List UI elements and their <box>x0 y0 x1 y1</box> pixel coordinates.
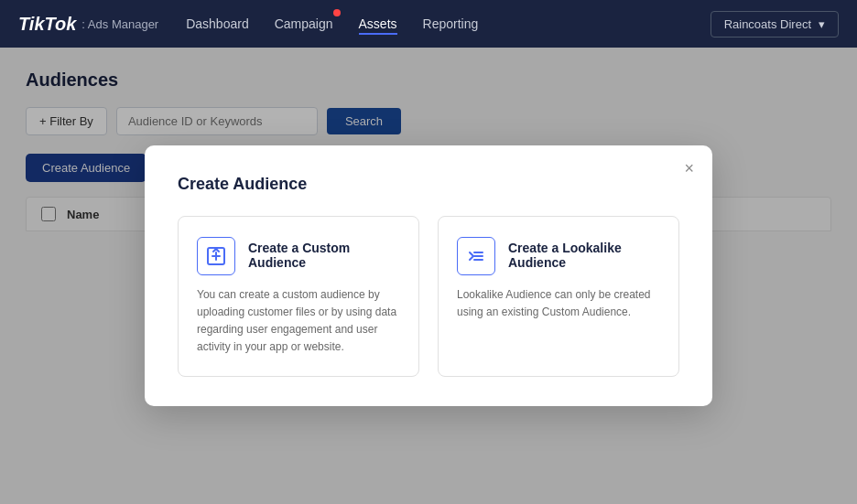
modal-overlay[interactable]: Create Audience × Cr <box>0 48 857 504</box>
main-nav: Dashboard Campaign Assets Reporting <box>186 13 682 35</box>
ads-manager-label: : Ads Manager <box>81 17 158 31</box>
navbar-right: Raincoats Direct ▾ <box>711 11 839 38</box>
custom-audience-icon <box>197 237 235 275</box>
account-selector[interactable]: Raincoats Direct ▾ <box>711 11 839 38</box>
nav-dashboard[interactable]: Dashboard <box>186 13 249 35</box>
tiktok-wordmark: TikTok <box>18 14 76 35</box>
navbar: TikTok : Ads Manager Dashboard Campaign … <box>0 0 857 48</box>
nav-campaign[interactable]: Campaign <box>275 13 333 35</box>
campaign-badge <box>333 9 341 16</box>
main-content: Audiences + Filter By Search Create Audi… <box>0 48 857 504</box>
lookalike-audience-header: Create a Lookalike Audience <box>457 237 660 275</box>
modal-title: Create Audience <box>178 175 679 194</box>
account-name: Raincoats Direct <box>724 17 811 31</box>
lookalike-audience-title: Create a Lookalike Audience <box>508 237 660 270</box>
custom-audience-header: Create a Custom Audience <box>197 237 400 275</box>
modal-close-button[interactable]: × <box>684 160 694 177</box>
account-chevron: ▾ <box>819 17 825 31</box>
lookalike-audience-icon <box>457 237 495 275</box>
brand-logo: TikTok : Ads Manager <box>18 14 158 35</box>
modal-options: Create a Custom Audience You can create … <box>178 216 679 378</box>
lookalike-audience-card[interactable]: Create a Lookalike Audience Lookalike Au… <box>438 216 679 378</box>
create-audience-modal: Create Audience × Cr <box>145 145 712 407</box>
nav-assets[interactable]: Assets <box>359 13 397 35</box>
custom-audience-card[interactable]: Create a Custom Audience You can create … <box>178 216 419 378</box>
nav-reporting[interactable]: Reporting <box>423 13 479 35</box>
custom-audience-desc: You can create a custom audience by uplo… <box>197 286 400 357</box>
lookalike-audience-desc: Lookalike Audience can only be created u… <box>457 286 660 321</box>
custom-audience-title: Create a Custom Audience <box>248 237 400 270</box>
